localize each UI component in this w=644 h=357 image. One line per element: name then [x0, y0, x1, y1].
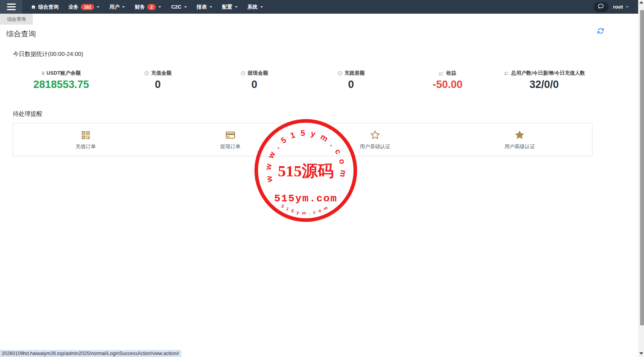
chevron-down-icon — [209, 6, 212, 8]
main-menu: 综合查询 业务 182 用户 财务 2 C2C 报表 — [22, 0, 594, 14]
nav-item-system[interactable]: 系统 — [248, 4, 263, 11]
username: root — [613, 4, 623, 10]
pending-item-basic-kyc[interactable]: 用户基础认证 — [303, 129, 448, 150]
stat-label: 充值金额 — [151, 70, 171, 77]
page-title: 综合查询 — [6, 29, 632, 39]
star-outline-icon — [303, 129, 448, 141]
nav-label: 配置 — [222, 4, 232, 11]
stat-user-counts: 总用户数/今日新增/今日充值人数 32/0/0 — [496, 70, 592, 91]
stamp-arc-bottom-text: 515ym.com — [280, 203, 331, 215]
nav-label: 系统 — [248, 4, 258, 11]
stat-value: -50.00 — [399, 79, 496, 91]
pending-label: 用户基础认证 — [303, 143, 448, 150]
stats-heading: 今日数据统计(00:00-24:00) — [13, 50, 638, 58]
pending-label: 充值订单 — [13, 143, 158, 150]
pending-heading: 待处理提醒 — [13, 110, 638, 118]
refresh-icon — [597, 29, 605, 36]
chevron-down-icon — [184, 6, 187, 8]
pending-label: 提现订单 — [158, 143, 303, 150]
stat-usdt-balance: ¥ USDT账户余额 2818553.75 — [13, 70, 109, 91]
sidebar-toggle-button[interactable] — [0, 0, 22, 14]
svg-text:515ym.com: 515ym.com — [280, 203, 331, 215]
stamp-center-text: 515源码 — [278, 162, 334, 180]
chevron-down-icon — [122, 6, 125, 8]
stat-label: 收益 — [446, 70, 456, 77]
stat-diff-amount: 充提差额 0 — [303, 70, 399, 91]
chevron-down-icon — [235, 6, 238, 8]
messages-button[interactable] — [594, 2, 608, 12]
chevron-down-icon — [96, 6, 100, 8]
nav-item-business[interactable]: 业务 182 — [68, 4, 100, 11]
nav-label: 业务 — [68, 4, 78, 11]
vertical-scrollbar[interactable] — [638, 0, 644, 357]
stat-withdraw-amount: 提现金额 0 — [206, 70, 303, 91]
stamp-domain-text: 515ym.com — [274, 193, 337, 205]
tab-bar: 综合查询 — [0, 14, 638, 25]
stat-label: USDT账户余额 — [46, 70, 80, 77]
stats-row: ¥ USDT账户余额 2818553.75 充值金额 0 提现金额 0 — [13, 70, 592, 91]
pending-item-withdraw-orders[interactable]: 提现订单 — [158, 129, 303, 150]
business-badge: 182 — [81, 4, 94, 10]
stat-label: 提现金额 — [248, 70, 268, 77]
chevron-down-icon — [158, 6, 161, 8]
nav-label: 用户 — [109, 4, 120, 11]
nav-label: 报表 — [197, 4, 207, 11]
pending-card: 充值订单 提现订单 用户基础认证 — [13, 123, 592, 156]
stat-value: 0 — [206, 79, 303, 91]
nav-item-finance[interactable]: 财务 2 — [135, 4, 161, 11]
stat-label: 充提差额 — [344, 70, 365, 77]
tab-overview[interactable]: 综合查询 — [0, 14, 33, 25]
scroll-down-arrow-icon[interactable] — [639, 352, 643, 355]
refresh-button[interactable] — [597, 27, 605, 36]
user-menu[interactable]: root — [613, 4, 629, 10]
home-icon — [31, 4, 36, 9]
yen-icon: ¥ — [42, 70, 45, 76]
pending-item-deposit-orders[interactable]: 充值订单 — [13, 129, 158, 150]
scrollbar-thumb[interactable] — [640, 10, 644, 325]
pending-item-advanced-kyc[interactable]: 用户高级认证 — [448, 129, 592, 150]
nav-item-reports[interactable]: 报表 — [197, 4, 212, 11]
top-navbar: 综合查询 业务 182 用户 财务 2 C2C 报表 — [0, 0, 638, 14]
nav-label: 财务 — [135, 4, 145, 11]
users-icon — [503, 71, 509, 76]
nav-item-overview[interactable]: 综合查询 — [31, 4, 59, 11]
stat-profit: 收益 -50.00 — [399, 70, 496, 91]
status-bar-link-preview: 20260109hd.haiwaiym26.top/admin2025/norm… — [0, 350, 181, 357]
line-chart-icon — [439, 71, 444, 76]
nav-label: 综合查询 — [38, 4, 59, 11]
finance-badge: 2 — [147, 4, 156, 10]
star-filled-icon — [448, 129, 592, 141]
chevron-down-icon — [626, 6, 629, 8]
stat-label: 总用户数/今日新增/今日充值人数 — [511, 70, 585, 77]
chat-bubble-icon — [598, 3, 604, 11]
clock-icon — [337, 71, 343, 76]
nav-item-c2c[interactable]: C2C — [171, 4, 187, 10]
stat-value: 2818553.75 — [13, 79, 109, 91]
credit-card-icon — [158, 129, 303, 141]
chevron-down-icon — [260, 6, 263, 8]
stat-deposit-amount: 充值金额 0 — [109, 70, 206, 91]
nav-item-config[interactable]: 配置 — [222, 4, 238, 11]
clock-icon — [144, 71, 149, 76]
stat-value: 0 — [303, 79, 399, 91]
nav-item-users[interactable]: 用户 — [109, 4, 125, 11]
clock-icon — [241, 71, 246, 76]
qrcode-icon — [13, 129, 158, 141]
nav-label: C2C — [171, 4, 181, 10]
stat-value: 0 — [109, 79, 206, 91]
pending-label: 用户高级认证 — [448, 143, 592, 150]
stat-value: 32/0/0 — [496, 79, 592, 91]
scroll-up-arrow-icon[interactable] — [639, 1, 643, 4]
